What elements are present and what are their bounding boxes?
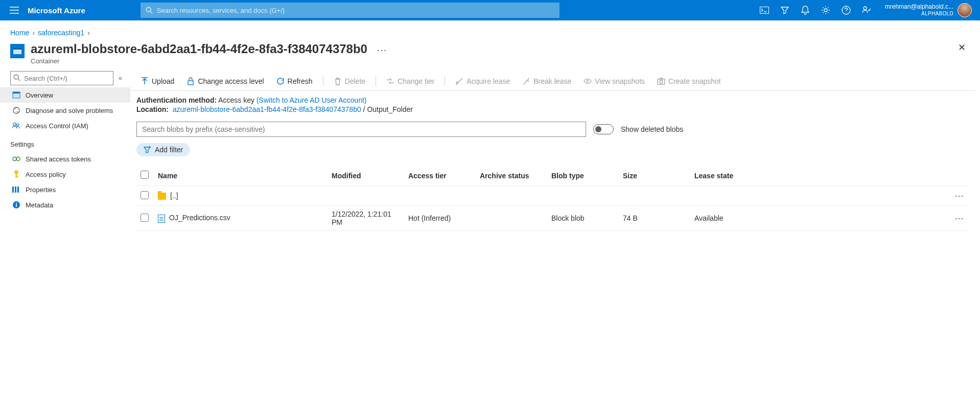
svg-rect-1 [760, 7, 768, 14]
blob-search-input[interactable] [136, 122, 586, 137]
location-tail: Output_Folder [367, 105, 413, 113]
user-tenant: ALPHABOLD [885, 10, 953, 17]
blob-name[interactable]: [..] [170, 192, 178, 200]
avatar[interactable] [958, 3, 972, 17]
properties-icon [12, 185, 20, 194]
svg-point-12 [16, 157, 20, 160]
refresh-button[interactable]: Refresh [271, 75, 318, 87]
table-row[interactable]: [..]⋯ [136, 186, 969, 206]
search-icon [146, 7, 153, 14]
svg-point-5 [14, 75, 18, 79]
cell-modified [328, 186, 404, 206]
access-policy-icon [12, 170, 20, 178]
breadcrumb-parent[interactable]: saforecasting1 [38, 29, 84, 37]
svg-rect-7 [13, 92, 20, 93]
filter-row: Show deleted blobs [130, 118, 975, 141]
sas-icon [12, 155, 20, 163]
global-search[interactable] [141, 3, 559, 18]
col-name[interactable]: Name [154, 166, 328, 186]
title-more-icon[interactable]: ⋯ [374, 42, 391, 58]
settings-icon[interactable] [815, 0, 836, 20]
file-icon [158, 215, 165, 223]
refresh-icon [276, 77, 285, 85]
sidebar-item-access-policy[interactable]: Access policy [0, 167, 130, 182]
trash-icon [334, 77, 342, 85]
sidebar-item-label: Access policy [26, 171, 66, 178]
location-link[interactable]: azureml-blobstore-6abd2aa1-fb44-4f2e-8fa… [173, 105, 361, 113]
add-filter-label: Add filter [155, 146, 183, 154]
toolbar-label: Acquire lease [466, 77, 510, 85]
top-header: Microsoft Azure mrehman@alphabold.c... A… [0, 0, 980, 20]
row-more-icon[interactable]: ⋯ [948, 186, 969, 206]
svg-rect-17 [15, 186, 16, 193]
select-all-checkbox[interactable] [141, 171, 149, 179]
cell-modified: 1/12/2022, 1:21:01 PM [328, 206, 404, 231]
svg-point-9 [13, 123, 16, 126]
change-access-button[interactable]: Change access level [181, 75, 269, 87]
blob-name[interactable]: OJ_Predictions.csv [169, 214, 230, 222]
col-archive-status[interactable]: Archive status [476, 166, 547, 186]
global-search-input[interactable] [153, 7, 554, 14]
delete-button: Delete [329, 75, 370, 87]
col-size[interactable]: Size [619, 166, 690, 186]
cell-blob_type: Block blob [547, 206, 619, 231]
row-checkbox[interactable] [141, 191, 149, 199]
cell-archive_status [476, 186, 547, 206]
user-email: mrehman@alphabold.c... [885, 3, 953, 10]
main-panel: Upload Change access level Refresh Delet [130, 71, 980, 231]
row-more-icon[interactable]: ⋯ [948, 206, 969, 231]
notifications-icon[interactable] [795, 0, 815, 20]
sidebar-item-overview[interactable]: Overview [0, 87, 130, 103]
auth-method-value: Access key [218, 96, 254, 104]
breadcrumb-home[interactable]: Home [10, 29, 29, 37]
sidebar-item-label: Access Control (IAM) [26, 122, 88, 130]
sidebar: « Overview Diagnose and solve problems A… [0, 71, 130, 231]
svg-point-8 [13, 107, 19, 113]
auth-method-label: Authentication method: [136, 96, 217, 104]
toolbar-divider [445, 76, 445, 86]
hamburger-icon[interactable] [4, 7, 25, 14]
toolbar-divider [376, 76, 376, 86]
close-icon[interactable]: ✕ [958, 42, 970, 53]
create-snapshot-icon [657, 77, 665, 85]
auth-switch-link[interactable]: (Switch to Azure AD User Account) [256, 96, 367, 104]
lock-icon [186, 77, 195, 85]
sidebar-item-metadata[interactable]: Metadata [0, 197, 130, 213]
toolbar-label: Change access level [198, 77, 264, 85]
help-icon[interactable] [836, 0, 856, 20]
user-block[interactable]: mrehman@alphabold.c... ALPHABOLD [877, 3, 976, 17]
brand-label[interactable]: Microsoft Azure [25, 6, 95, 15]
sidebar-item-iam[interactable]: Access Control (IAM) [0, 118, 130, 133]
show-deleted-label: Show deleted blobs [621, 125, 683, 133]
add-filter-button[interactable]: Add filter [136, 143, 190, 156]
break-lease-button: Break lease [517, 75, 576, 87]
directory-filter-icon[interactable] [775, 0, 795, 20]
break-lease-icon [522, 77, 530, 85]
col-modified[interactable]: Modified [328, 166, 404, 186]
upload-button[interactable]: Upload [135, 75, 179, 87]
row-checkbox[interactable] [141, 214, 149, 222]
page-title: azureml-blobstore-6abd2aa1-fb44-4f2e-8fa… [31, 42, 367, 56]
sidebar-item-sas[interactable]: Shared access tokens [0, 151, 130, 167]
feedback-icon[interactable] [856, 0, 877, 20]
svg-rect-20 [16, 203, 17, 204]
svg-rect-21 [16, 204, 17, 207]
cloud-shell-icon[interactable] [754, 0, 775, 20]
col-lease-state[interactable]: Lease state [690, 166, 948, 186]
toolbar-label: Change tier [398, 77, 434, 85]
sidebar-search-input[interactable] [10, 71, 113, 85]
sidebar-item-diagnose[interactable]: Diagnose and solve problems [0, 103, 130, 118]
info-block: Authentication method: Access key (Switc… [130, 91, 975, 118]
cell-blob_type [547, 186, 619, 206]
sidebar-item-label: Shared access tokens [26, 155, 91, 163]
metadata-icon [12, 201, 20, 209]
show-deleted-toggle[interactable] [593, 124, 614, 134]
sidebar-section-settings: Settings [0, 133, 130, 151]
diagnose-icon [12, 106, 20, 114]
collapse-sidebar-icon[interactable]: « [113, 75, 124, 82]
table-row[interactable]: OJ_Predictions.csv1/12/2022, 1:21:01 PMH… [136, 206, 969, 231]
sidebar-item-properties[interactable]: Properties [0, 182, 130, 197]
col-blob-type[interactable]: Blob type [547, 166, 619, 186]
cell-lease_state: Available [690, 206, 948, 231]
col-access-tier[interactable]: Access tier [404, 166, 476, 186]
